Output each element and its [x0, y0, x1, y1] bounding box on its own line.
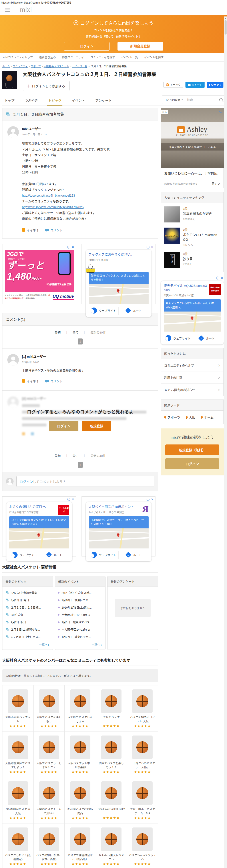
help-link[interactable]: 利用上の注意＞: [161, 371, 223, 383]
like-button[interactable]: イイネ！: [22, 379, 39, 383]
ad-info-icon[interactable]: i: [216, 277, 219, 279]
map-image[interactable]: [89, 528, 149, 549]
route-button[interactable]: →ルート: [118, 307, 149, 315]
ranking-item[interactable]: 1位 写真を撮るのが好き 206908人: [161, 203, 223, 224]
comment-author[interactable]: [1] mixiユーザー: [22, 354, 154, 359]
community-card[interactable]: バスケ(吹田、摂津、茨木、高槻) ★★★★★: [34, 824, 65, 868]
community-card[interactable]: 関西でバスケを楽しもう！！ ★★★★★: [96, 732, 127, 778]
ad-close-icon[interactable]: ✕: [72, 498, 74, 501]
ad-info-icon[interactable]: i: [67, 246, 70, 249]
community-card[interactable]: ☆関西バスケチームの集い☆ ★★★★★: [34, 777, 65, 824]
map-image[interactable]: [89, 284, 149, 304]
keyword-tag[interactable]: チーム: [201, 415, 214, 420]
community-card[interactable]: Shall We Basket Ball? ★★★★★: [96, 777, 127, 824]
community-card[interactable]: 大阪市城東区でバスケしよう！ ★★★★★: [2, 732, 34, 778]
comment-button[interactable]: コメント: [45, 379, 63, 383]
cta-signup-button[interactable]: 新規登録（無料）: [165, 444, 219, 455]
topic-list-item[interactable]: ☆２月８日（土）バス...: [6, 633, 50, 641]
map-image[interactable]: [9, 528, 69, 549]
breadcrumb-link[interactable]: コミュニティ: [13, 65, 31, 68]
community-card[interactable]: Tickets～東大阪バスケ～ ★★★★★: [96, 824, 127, 868]
scrollbar[interactable]: ▲: [224, 17, 227, 868]
topic-list-item[interactable]: ２月１５日、１６日練...: [6, 604, 50, 611]
ranking-item[interactable]: Pokémon GO 2位 ポケモンGO / Pokemon GO 18777人: [161, 224, 223, 248]
ad-close-icon[interactable]: ✕: [151, 245, 153, 249]
community-card[interactable]: ★大阪でバスケしましょ★ ★★★★★: [65, 685, 96, 732]
website-button[interactable]: ウェブサイト: [89, 552, 119, 558]
mixi-logo[interactable]: mixi: [20, 6, 32, 13]
community-card[interactable]: SAMURAIバスケ in 大阪 ★★★★★: [2, 777, 34, 824]
community-card[interactable]: 大阪でバスケ ★★★★★: [96, 685, 127, 732]
post-author[interactable]: mixiユーザー: [22, 126, 154, 131]
nav-item[interactable]: 最新書き込み: [39, 55, 56, 59]
community-card[interactable]: 大阪不定期バスケット ★★★★★: [2, 685, 34, 732]
tweet-button[interactable]: ツイート: [185, 82, 204, 88]
scroll-up-arrow[interactable]: ▲: [224, 17, 227, 20]
pager-latest[interactable]: 最新の40件: [90, 453, 106, 458]
join-community-button[interactable]: ＋ ログインして参加する: [23, 81, 70, 91]
like-button[interactable]: イイネ！: [22, 228, 39, 232]
website-button[interactable]: ウェブサイト: [9, 552, 39, 558]
community-card[interactable]: 大阪でバスケットしませんか？ ★★★★★: [34, 732, 65, 778]
ashley-open-button[interactable]: 開く ＞: [212, 182, 220, 185]
pager-first[interactable]: 最初: [54, 453, 61, 458]
topic-list-item[interactable]: 2月11日祝日: [6, 618, 50, 626]
pager-all[interactable]: 全て: [72, 330, 78, 335]
community-card[interactable]: バスケTeam-スクゥティ- ★★★★★: [127, 824, 158, 868]
route-button[interactable]: →ルート: [118, 551, 149, 559]
overlay-login-button[interactable]: ログイン: [49, 421, 78, 431]
comment-button[interactable]: コメント: [45, 228, 63, 232]
topic-list-item[interactable]: ２月８日(土)練習参加...: [6, 626, 50, 633]
events-more-link[interactable]: 一覧へ ▶: [55, 641, 106, 650]
community-card[interactable]: 初心者バスケin大阪・関西 ★★★★★: [65, 777, 96, 824]
ad-info-icon[interactable]: i: [220, 110, 222, 113]
cta-login-button[interactable]: ログイン: [165, 458, 219, 469]
ranking-item[interactable]: 独り言 3位 独り言 7738人: [161, 248, 223, 270]
breadcrumb-link[interactable]: スポーツ: [31, 65, 44, 68]
page-number-button[interactable]: 1: [78, 462, 83, 468]
event-list-item[interactable]: ▶1月27日 城東区でバ...: [58, 633, 102, 641]
community-card[interactable]: バスケを始めるコミュ in 大阪 ★★★★★: [127, 685, 158, 732]
nav-item[interactable]: コミュニティを探す: [90, 55, 115, 59]
breadcrumb-link[interactable]: ホーム: [2, 65, 13, 68]
banner-login-button[interactable]: ログイン: [64, 42, 110, 51]
mixi-check-button[interactable]: m チェック: [163, 82, 183, 88]
uq-mobile-ad[interactable]: i ✕ 3GBで （月間データ容量） ずーっと 1,480円/月~ UQ家族割で…: [2, 244, 76, 304]
topic-list-item[interactable]: 2/9 住之江: [6, 611, 50, 618]
nav-item[interactable]: イベント一覧: [121, 55, 138, 59]
nav-item[interactable]: イベントを探す: [144, 55, 164, 59]
community-thumbnail[interactable]: [2, 71, 17, 89]
event-list-item[interactable]: ▶2月10日 城東区でバ...: [58, 596, 102, 604]
breadcrumb-link[interactable]: 大阪社会人バスケット: [43, 65, 72, 68]
page-number-button[interactable]: 1: [78, 338, 83, 344]
comment-input[interactable]: ログインしてコメントしよう！: [16, 476, 154, 487]
breadcrumb-link[interactable]: トピック一覧: [72, 65, 90, 68]
ad-info-icon[interactable]: i: [147, 246, 149, 249]
community-card[interactable]: バスケで練習試合求ム（関西版） ★★★★★: [65, 824, 96, 868]
event-list-item[interactable]: ▶＊大阪・守口14~16時 2/: [58, 626, 102, 633]
event-list-item[interactable]: ▶2020年2月8日(土)東大...: [58, 604, 102, 611]
nav-item[interactable]: mixiコミュニティトップ: [3, 55, 33, 59]
search-scope-dropdown[interactable]: コミュ内全体▼: [162, 96, 185, 104]
ad-title[interactable]: 大型ベビー用品が10倍ポイント: [89, 505, 149, 509]
topic-list-item[interactable]: 2月バスケ参加者募集: [6, 589, 50, 596]
pager-first[interactable]: 最初: [54, 330, 61, 335]
keyword-tag[interactable]: 大阪: [186, 415, 195, 420]
help-link[interactable]: メンテ・障害のお知らせ＞: [161, 383, 223, 396]
route-button[interactable]: →ルート: [39, 551, 69, 559]
tab[interactable]: イベント: [71, 98, 86, 105]
search-icon[interactable]: [218, 96, 225, 104]
uq-ad-creative[interactable]: 3GBで （月間データ容量） ずーっと 1,480円/月~ UQ家族割で2台目以…: [5, 250, 74, 292]
tab[interactable]: アンケート: [94, 98, 113, 105]
pager-latest[interactable]: 最新の40件: [90, 330, 106, 335]
ad-info-icon[interactable]: i: [67, 498, 70, 501]
tab[interactable]: トップ: [4, 98, 15, 105]
pager-all[interactable]: 全て: [72, 453, 78, 458]
ad-close-icon[interactable]: ✕: [151, 498, 153, 501]
keyword-tag[interactable]: スポーツ: [164, 415, 180, 420]
ashley-ad-image[interactable]: Ashley FURNITURE HOMESTORE 部屋を飾りたくなる家具がコ…: [161, 108, 224, 168]
community-card[interactable]: 大阪でバスケを楽しもう ★★★★★: [34, 685, 65, 732]
menu-icon[interactable]: [5, 8, 10, 11]
ad-close-icon[interactable]: ✕: [221, 276, 223, 280]
scrollb-thumb[interactable]: [225, 20, 227, 34]
